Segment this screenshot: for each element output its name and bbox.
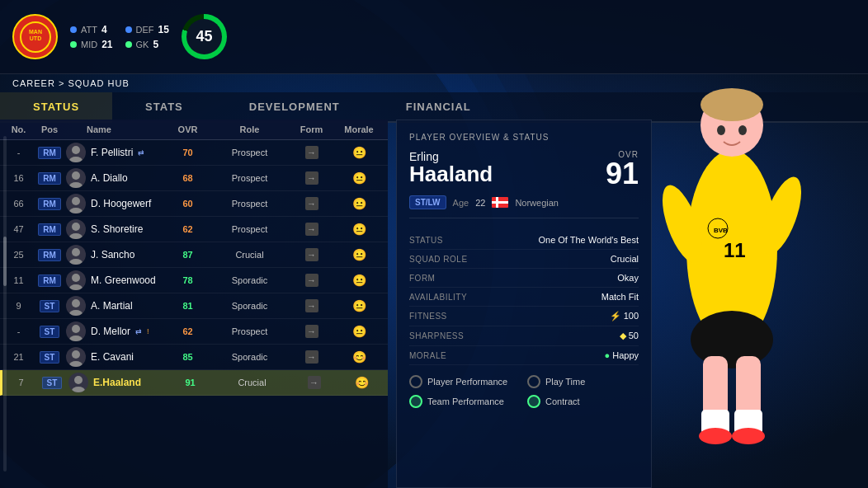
table-row[interactable]: 21 ST E. Cavani 85 Sporadic → 😊	[0, 345, 388, 370]
cell-role: Sporadic	[210, 275, 289, 285]
tab-status[interactable]: STATUS	[0, 92, 112, 121]
cell-morale: 😐	[334, 223, 384, 236]
indicator-circle	[409, 375, 422, 388]
stat-label: STATUS	[409, 236, 500, 245]
cell-form: →	[289, 171, 334, 185]
cell-name: E.Haaland	[68, 373, 167, 392]
cell-pos: RM	[33, 198, 66, 210]
player-avatar	[68, 373, 88, 392]
cell-morale: 😐	[334, 171, 384, 185]
svg-point-20	[69, 361, 83, 367]
player-avatar	[66, 347, 86, 367]
svg-point-15	[72, 299, 80, 307]
cell-morale: 😊	[337, 376, 386, 389]
indicator-item: Player Performance	[409, 375, 521, 388]
cell-pos: RM	[33, 147, 66, 159]
position-badge: ST/LW	[409, 195, 446, 209]
cell-role: Prospect	[210, 326, 289, 336]
cell-form: →	[289, 197, 334, 210]
overall-badge: 45	[182, 14, 227, 59]
cell-pos: RM	[33, 249, 66, 261]
cell-pos: RM	[33, 172, 66, 185]
stat-value: ◆50	[620, 331, 639, 341]
cell-role: Prospect	[210, 199, 289, 209]
stat-value: Okay	[617, 273, 639, 283]
indicator-item: Team Performance	[409, 395, 521, 408]
svg-point-29	[691, 311, 773, 368]
svg-point-6	[69, 182, 83, 188]
svg-point-5	[72, 171, 80, 180]
table-row[interactable]: - RM F. Pellistri⇄ 70 Prospect → 😐	[0, 140, 388, 166]
col-ovr: OVR	[165, 124, 210, 134]
gk-label: GK	[136, 40, 149, 49]
stat-value: Crucial	[611, 254, 639, 264]
table-rows: - RM F. Pellistri⇄ 70 Prospect → 😐 16 RM…	[0, 140, 388, 396]
def-label: DEF	[136, 25, 154, 35]
cell-name: J. Sancho	[66, 245, 165, 265]
table-row[interactable]: 25 RM J. Sancho 87 Crucial → 😐	[0, 242, 388, 268]
svg-text:BVB: BVB	[714, 227, 728, 234]
player-avatar	[66, 219, 86, 239]
col-name: Name	[66, 124, 165, 134]
stat-rows-container: STATUS One Of The World's Best SQUAD ROL…	[409, 231, 639, 365]
svg-point-27	[654, 181, 710, 268]
club-logo: MAN UTD	[12, 14, 58, 59]
svg-text:MAN: MAN	[29, 29, 42, 35]
cell-no: -	[4, 326, 33, 336]
table-row[interactable]: 16 RM A. Diallo 68 Prospect → 😐	[0, 166, 388, 191]
stat-label: SHARPNESS	[409, 331, 500, 340]
svg-point-3	[72, 146, 80, 154]
top-bar: MAN UTD ATT 4 DEF 15 MID 21 GK 5 45	[0, 0, 868, 74]
table-row[interactable]: - ST D. Mellor⇄! 62 Prospect → 😐	[0, 319, 388, 345]
svg-point-17	[72, 325, 80, 333]
cell-ovr: 62	[165, 224, 210, 234]
stat-label: MORALE	[409, 351, 500, 360]
svg-point-9	[72, 223, 80, 231]
tab-development[interactable]: DEVELOPMENT	[216, 92, 373, 121]
def-dot	[125, 26, 132, 33]
cell-form: →	[289, 248, 334, 261]
player-avatar	[66, 194, 86, 214]
svg-point-34	[699, 428, 732, 444]
cell-form: →	[289, 325, 334, 338]
indicator-label: Player Performance	[427, 377, 507, 387]
cell-pos: RM	[33, 274, 66, 287]
indicator-label: Play Time	[545, 377, 585, 387]
cell-morale: 😐	[334, 146, 384, 159]
player-avatar	[66, 321, 86, 341]
indicator-circle	[527, 395, 540, 408]
table-row[interactable]: 7 ST E.Haaland 91 Crucial → 😊	[0, 370, 388, 396]
cell-ovr: 60	[165, 199, 210, 209]
svg-point-21	[74, 376, 83, 384]
cell-pos: ST	[35, 377, 68, 389]
cell-no: 21	[4, 352, 33, 362]
tab-stats[interactable]: STATS	[112, 92, 216, 121]
scroll-bar[interactable]	[3, 136, 7, 472]
cell-role: Sporadic	[210, 352, 289, 362]
stat-value: ⚡100	[610, 311, 639, 321]
player-meta: ST/LW Age 22 Norwegian	[409, 195, 639, 218]
cell-no: 9	[4, 301, 33, 311]
svg-rect-33	[734, 410, 762, 434]
tab-financial[interactable]: FINANCIAL	[373, 92, 504, 121]
cell-morale: 😊	[334, 350, 384, 364]
svg-rect-31	[736, 356, 761, 422]
cell-morale: 😐	[334, 248, 384, 261]
svg-point-12	[69, 259, 83, 265]
cell-pos: ST	[33, 351, 66, 364]
cell-form: →	[289, 299, 334, 312]
table-row[interactable]: 11 RM M. Greenwood 78 Sporadic → 😐	[0, 268, 388, 293]
svg-point-23	[686, 150, 777, 348]
table-row[interactable]: 47 RM S. Shoretire 62 Prospect → 😐	[0, 217, 388, 242]
table-row[interactable]: 66 RM D. Hoogewerf 60 Prospect → 😐	[0, 191, 388, 217]
cell-role: Prospect	[210, 148, 289, 157]
cell-morale: 😐	[334, 325, 384, 338]
age-label: Age	[453, 198, 469, 208]
svg-rect-32	[701, 410, 729, 434]
cell-ovr: 62	[165, 326, 210, 336]
svg-point-35	[732, 428, 765, 444]
table-row[interactable]: 9 ST A. Martial 81 Sporadic → 😐	[0, 293, 388, 319]
player-avatar	[66, 270, 86, 290]
cell-name: D. Mellor⇄!	[66, 321, 165, 341]
att-dot	[70, 26, 77, 33]
